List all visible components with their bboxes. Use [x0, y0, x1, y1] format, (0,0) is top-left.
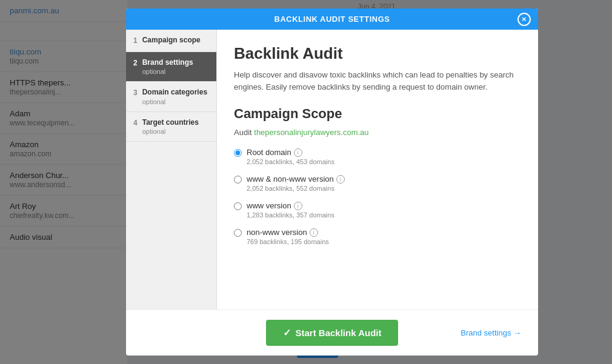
- scope-title: Campaign Scope: [234, 106, 521, 122]
- step-num-2: 2: [133, 59, 138, 67]
- modal-header: BACKLINK AUDIT SETTINGS ×: [126, 8, 538, 30]
- step-label-4: Target countries optional: [142, 118, 199, 136]
- info-icon-www[interactable]: i: [294, 202, 302, 210]
- info-icon-nonwww[interactable]: i: [310, 228, 318, 237]
- checkmark-icon: ✓: [283, 327, 291, 339]
- radio-www-label: www version i 1,283 backlinks, 357 domai…: [247, 201, 334, 219]
- step-optional-4: optional: [142, 128, 199, 135]
- audit-label: Audit: [234, 128, 252, 137]
- modal-body: 1 Campaign scope 2 Brand settings option…: [126, 30, 538, 309]
- brand-settings-link[interactable]: Brand settings →: [461, 328, 521, 337]
- radio-www-stats: 1,283 backlinks, 357 domains: [247, 211, 334, 219]
- sidebar-item-brand-settings[interactable]: 2 Brand settings optional: [126, 52, 216, 82]
- radio-www-nonwww-name: www & non-www version i: [247, 174, 345, 184]
- scope-radio-group: Root domain i 2,052 backlinks, 453 domai…: [234, 148, 521, 246]
- modal-description: Help discover and disavow toxic backlink…: [234, 69, 521, 93]
- radio-item-nonwww: non-www version i 769 backlinks, 195 dom…: [234, 228, 521, 246]
- radio-root-name: Root domain i: [247, 148, 334, 157]
- step-label-3: Domain categories optional: [142, 88, 207, 105]
- radio-item-root: Root domain i 2,052 backlinks, 453 domai…: [234, 148, 521, 166]
- radio-www-nonwww[interactable]: [234, 176, 242, 184]
- info-icon-root[interactable]: i: [294, 148, 302, 157]
- audit-line: Audit thepersonalinjurylawyers.com.au: [234, 128, 521, 137]
- radio-item-www-nonwww: www & non-www version i 2,052 backlinks,…: [234, 174, 521, 193]
- modal-close-button[interactable]: ×: [517, 13, 531, 26]
- audit-url-link[interactable]: thepersonalinjurylawyers.com.au: [254, 128, 368, 137]
- radio-root-label: Root domain i 2,052 backlinks, 453 domai…: [247, 148, 334, 166]
- step-optional-2: optional: [142, 68, 193, 75]
- step-label-1: Campaign scope: [142, 36, 201, 45]
- info-icon-www-nonwww[interactable]: i: [336, 175, 345, 184]
- radio-www-nonwww-label: www & non-www version i 2,052 backlinks,…: [247, 174, 345, 193]
- radio-nonwww-stats: 769 backlinks, 195 domains: [247, 238, 329, 245]
- radio-nonwww-name: non-www version i: [247, 228, 329, 237]
- start-btn-label: Start Backlink Audit: [296, 328, 382, 338]
- sidebar-item-campaign-scope[interactable]: 1 Campaign scope: [126, 30, 216, 52]
- radio-item-www: www version i 1,283 backlinks, 357 domai…: [234, 201, 521, 219]
- step-optional-3: optional: [142, 98, 207, 105]
- modal-main-content: Backlink Audit Help discover and disavow…: [217, 30, 538, 309]
- radio-root-stats: 2,052 backlinks, 453 domains: [247, 158, 334, 165]
- radio-root-domain[interactable]: [234, 149, 242, 157]
- modal-sidebar: 1 Campaign scope 2 Brand settings option…: [126, 30, 217, 309]
- step-num-3: 3: [133, 88, 138, 97]
- step-num-4: 4: [133, 119, 138, 127]
- radio-nonwww-version[interactable]: [234, 229, 242, 237]
- radio-www-name: www version i: [247, 201, 334, 210]
- sidebar-item-domain-categories[interactable]: 3 Domain categories optional: [126, 82, 216, 112]
- radio-www-nonwww-stats: 2,052 backlinks, 552 domains: [247, 185, 334, 192]
- modal-footer: ✓ Start Backlink Audit Brand settings →: [126, 309, 538, 356]
- start-backlink-audit-button[interactable]: ✓ Start Backlink Audit: [266, 320, 399, 346]
- step-label-2: Brand settings optional: [142, 58, 193, 76]
- backlink-audit-modal: BACKLINK AUDIT SETTINGS × 1 Campaign sco…: [126, 8, 538, 356]
- modal-title: Backlink Audit: [234, 44, 521, 63]
- radio-nonwww-label: non-www version i 769 backlinks, 195 dom…: [247, 228, 329, 246]
- modal-header-title: BACKLINK AUDIT SETTINGS: [274, 15, 390, 24]
- radio-www-version[interactable]: [234, 202, 242, 210]
- step-num-1: 1: [133, 36, 138, 45]
- sidebar-item-target-countries[interactable]: 4 Target countries optional: [126, 112, 216, 142]
